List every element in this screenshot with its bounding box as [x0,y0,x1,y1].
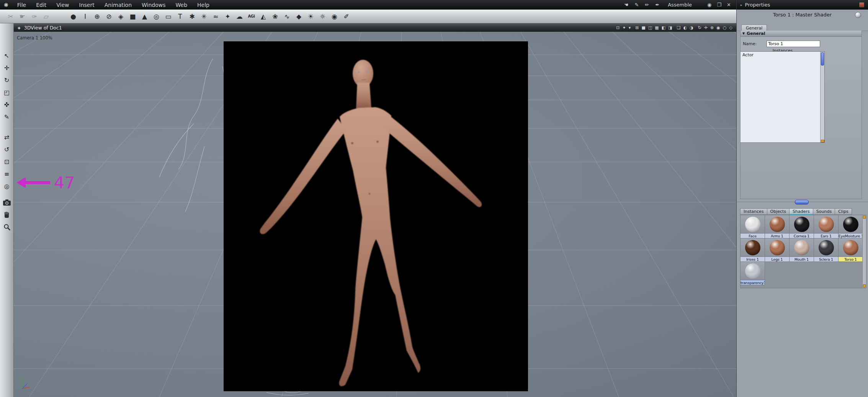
viewport-titlebar[interactable]: ◈ 3DView of Doc1 ⊡✦▾⊞■◫▦◧◨❏◐◑↻✛⊕◉○◇ [14,23,736,32]
dolly-view-icon[interactable]: ◉ [716,25,720,30]
zoom-tool-icon[interactable] [2,222,12,232]
ink-pen-icon[interactable]: ✒ [655,2,659,8]
wire-sphere-icon[interactable]: ⊕ [91,11,103,21]
dropper-tool-icon[interactable]: ✑ [28,11,40,21]
wireframe-mode-icon[interactable]: ⊞ [635,25,639,30]
select-tool-icon[interactable]: ↖ [2,51,12,60]
shader-item-cornea-1[interactable]: Cornea 1 [790,215,814,239]
list-resize-grip[interactable] [821,140,824,142]
spot-light-icon[interactable]: ◉ [329,11,340,21]
tab-objects[interactable]: Objects [767,208,790,215]
sun-light-icon[interactable]: ☀ [305,11,317,21]
ungroup-tool-icon[interactable]: ✂ [5,11,16,21]
zoom-view-icon[interactable]: ⊕ [710,25,714,30]
hand-tool-icon[interactable]: ☛ [16,11,28,21]
right-layout-icon[interactable]: ◨ [668,25,672,30]
lathe-object-icon[interactable]: ⊘ [103,11,115,21]
shader-item-irises-1[interactable]: Irises 1 [740,239,765,262]
restore-window-icon[interactable]: ❐ [717,2,721,8]
properties-header[interactable]: ▸ Properties [737,0,868,10]
shader-item-arms-1[interactable]: Arms 1 [765,215,790,239]
shader-item-sclera-1[interactable]: Sclera 1 [814,239,839,262]
sphere-primitive-icon[interactable]: ● [67,11,79,21]
tab-sounds[interactable]: Sounds [813,208,835,215]
shader-item-mouth-1[interactable]: Mouth 1 [790,239,814,262]
align-tool-icon[interactable]: ≡ [2,169,12,178]
translate-tool-icon[interactable]: ⇄ [2,132,12,142]
bulb-light-icon[interactable]: ☼ [317,11,329,21]
point-at-tool-icon[interactable]: ◎ [2,181,12,191]
close-window-icon[interactable]: ✕ [727,2,731,8]
plant-object-icon[interactable]: ❀ [269,11,281,21]
eye-icon[interactable]: ◉ [707,2,711,8]
panel-splitter[interactable] [795,200,809,204]
shader-item-face[interactable]: Face [740,215,765,239]
menu-edit[interactable]: Edit [31,0,51,10]
annotate-pen-icon[interactable]: ✎ [634,2,639,8]
strip-grip-bottom[interactable] [863,284,866,288]
particle-emitter-icon[interactable]: ✳ [198,11,210,21]
cone-primitive-icon[interactable]: ▲ [139,11,150,21]
orbit-view-icon[interactable]: ↻ [698,25,701,30]
single-view-icon[interactable]: ■ [642,25,646,30]
agi-badge-icon[interactable]: AGi [245,11,257,21]
metaball-object-icon[interactable]: ✱ [186,11,198,21]
camera-select-icon[interactable]: ✦ [623,25,626,30]
pen-tool-icon[interactable]: ✐ [340,11,352,21]
hotpoint-tool-icon[interactable]: ✜ [2,100,12,109]
shading-half-icon[interactable]: ◐ [683,25,687,30]
tab-clips[interactable]: Clips [835,208,852,215]
shading-full-icon[interactable]: ◑ [690,25,693,30]
shader-ball-icon[interactable] [855,12,861,18]
rotate-tool-icon[interactable]: ↻ [2,75,12,85]
paint-tool-icon[interactable]: ✎ [2,112,12,121]
cloud-object-icon[interactable]: ☁ [234,11,245,21]
four-pane-layout-icon[interactable]: ▦ [655,25,659,30]
spin-tool-icon[interactable]: ↺ [2,145,12,154]
eraser-tool-icon[interactable]: ▱ [40,11,52,21]
viewport-canvas[interactable]: Camera 1 100% [14,32,736,397]
strip-grip-top[interactable] [863,216,866,219]
rock-object-icon[interactable]: ◆ [293,11,305,21]
shader-item-eyemoisture-1[interactable]: EyeMoisture 1 [839,215,863,239]
shader-item-ears-1[interactable]: Ears 1 [814,215,839,239]
tab-instances[interactable]: Instances [740,208,767,215]
general-section-header[interactable]: ▼ General [740,31,861,37]
menu-windows[interactable]: Windows [137,0,171,10]
menu-file[interactable]: File [12,0,31,10]
cube-primitive-icon[interactable]: ■ [127,11,139,21]
text-object-icon[interactable]: T [174,11,186,21]
name-field[interactable] [767,41,820,47]
view-menu-icon[interactable]: ▾ [629,25,631,30]
shader-item-transparency1[interactable]: transparency1 [740,262,765,285]
terrain-object-icon[interactable]: ◭ [257,11,269,21]
camera-tool-icon[interactable] [2,198,12,207]
pan-tool-icon[interactable] [2,210,12,219]
ocean-object-icon[interactable]: ∿ [281,11,293,21]
menu-insert[interactable]: Insert [74,0,100,10]
menu-web[interactable]: Web [171,0,193,10]
shader-item-legs-1[interactable]: Legs 1 [765,239,790,262]
menu-view[interactable]: View [51,0,74,10]
instances-scrollbar[interactable] [820,52,824,142]
resize-tool-icon[interactable]: ⊡ [2,157,12,166]
universal-manipulator-icon[interactable]: ✛ [2,63,12,72]
fire-object-icon[interactable]: ✦ [222,11,234,21]
menu-help[interactable]: Help [192,0,214,10]
instances-listbox[interactable]: Actor [740,51,825,143]
menu-animation[interactable]: Animation [100,0,137,10]
spline-object-icon[interactable]: I [79,11,91,21]
fountain-object-icon[interactable]: ≈ [210,11,222,21]
left-layout-icon[interactable]: ◧ [662,25,665,30]
reference-window-icon[interactable]: ❏ [677,25,681,30]
bank-view-icon[interactable]: ◇ [729,25,732,30]
panel-menu-icon[interactable] [859,2,864,7]
plane-primitive-icon[interactable]: ▭ [162,11,174,21]
torus-primitive-icon[interactable]: ◎ [150,11,162,21]
tab-general[interactable]: General [741,25,767,31]
instance-actor[interactable]: Actor [740,52,824,58]
scrollbar-thumb[interactable] [821,52,824,65]
icosahedron-icon[interactable]: ◈ [115,11,127,21]
tab-shaders[interactable]: Shaders [789,208,813,215]
scale-tool-icon[interactable]: ◰ [2,88,12,97]
